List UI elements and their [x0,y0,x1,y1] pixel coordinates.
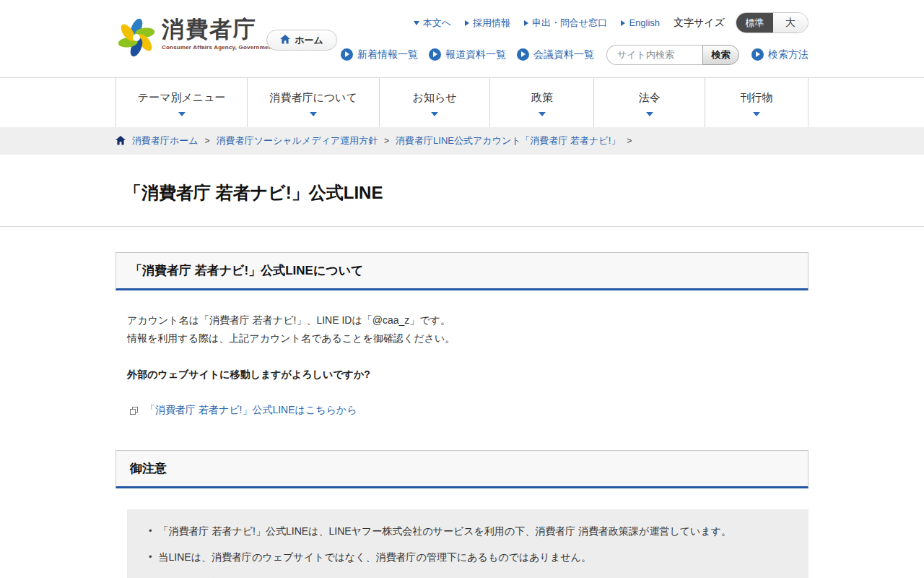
home-button-label: ホーム [295,34,323,47]
nav-policy[interactable]: 政策 [489,78,593,127]
search-button[interactable]: 検索 [702,45,739,65]
link-new-info-list[interactable]: 新着情報一覧 [341,48,418,61]
main-content: 「消費者庁 若者ナビ!」公式LINE 「消費者庁 若者ナビ!」公式LINEについ… [0,155,924,578]
dropdown-arrow-icon [431,112,438,116]
dropdown-arrow-icon [178,112,186,116]
home-icon [280,35,290,44]
quick-links-nav: 新着情報一覧 報道資料一覧 会議資料一覧 検索 検索方法 [341,44,808,65]
play-circle-icon [751,48,764,61]
link-english[interactable]: English [621,17,660,28]
chevron-right-icon [465,20,469,26]
dropdown-arrow-icon [539,112,546,116]
external-site-question: 外部のウェブサイトに移動しますがよろしいですか? [127,368,797,381]
breadcrumb-home[interactable]: 消費者庁ホーム [132,134,199,147]
home-icon [116,136,126,145]
breadcrumb-separator: > [627,136,632,146]
global-nav: テーマ別メニュー 消費者庁について お知らせ 政策 法令 刊行物 [0,77,924,127]
external-link-icon [129,406,139,415]
nav-theme-menu[interactable]: テーマ別メニュー [116,78,247,127]
chevron-right-icon [524,20,528,26]
play-circle-icon [429,48,441,61]
font-size-toggle: 標準 大 [736,12,808,33]
external-link-row: 「消費者庁 若者ナビ!」公式LINEはこちらから [127,404,797,417]
page-title: 「消費者庁 若者ナビ!」公式LINE [116,155,808,226]
breadcrumb-social-media-policy[interactable]: 消費者庁ソーシャルメディア運用方針 [217,134,378,147]
notice-box: 「消費者庁 若者ナビ!」公式LINEは、LINEヤフー株式会社のサービスを利用の… [127,509,808,578]
section-heading-about: 「消費者庁 若者ナビ!」公式LINEについて [116,252,808,290]
notice-list-item: 当LINEは、消費者庁のウェブサイトではなく、消費者庁の管理下にあるものではあり… [149,550,787,564]
link-recruitment[interactable]: 採用情報 [465,17,510,30]
page-title-band: 「消費者庁 若者ナビ!」公式LINE [0,155,924,227]
nav-laws[interactable]: 法令 [593,78,705,127]
dropdown-arrow-icon [310,112,317,116]
nav-news[interactable]: お知らせ [379,78,490,127]
pinwheel-logo-icon [117,18,156,57]
home-button[interactable]: ホーム [266,30,337,51]
intro-paragraph: アカウント名は「消費者庁 若者ナビ!」、LINE IDは「@caa_z」です。 … [127,311,797,348]
intro-line-2: 情報を利用する際は、上記アカウント名であることを御確認ください。 [127,332,455,344]
notice-list-item: 「消費者庁 若者ナビ!」公式LINEは、LINEヤフー株式会社のサービスを利用の… [149,524,787,538]
breadcrumb: 消費者庁ホーム > 消費者庁ソーシャルメディア運用方針 > 消費者庁LINE公式… [0,127,924,155]
dropdown-arrow-icon [646,112,653,116]
link-meeting-materials-list[interactable]: 会議資料一覧 [517,48,594,61]
breadcrumb-line-account[interactable]: 消費者庁LINE公式アカウント「消費者庁 若者ナビ!」 [396,134,620,147]
play-circle-icon [517,48,529,61]
font-size-standard-button[interactable]: 標準 [736,13,773,33]
utility-nav: 本文へ 採用情報 申出・問合せ窓口 English 文字サイズ 標準 大 [414,12,808,33]
chevron-right-icon [621,20,625,26]
play-circle-icon [341,48,353,61]
nav-about-agency[interactable]: 消費者庁について [247,78,378,127]
dropdown-arrow-icon [753,112,760,116]
section-heading-notice: 御注意 [116,450,808,488]
intro-line-1: アカウント名は「消費者庁 若者ナビ!」、LINE IDは「@caa_z」です。 [127,314,450,326]
search-input[interactable] [606,45,702,65]
breadcrumb-separator: > [205,136,210,146]
link-search-help[interactable]: 検索方法 [751,48,808,61]
breadcrumb-separator: > [384,136,389,146]
nav-publications[interactable]: 刊行物 [705,78,808,127]
link-to-main-content[interactable]: 本文へ [414,17,451,30]
site-search: 検索 [606,45,739,65]
font-size-large-button[interactable]: 大 [773,13,808,33]
site-header: 消費者庁 Consumer Affairs Agency, Government… [0,0,924,77]
chevron-down-icon [414,21,419,25]
font-size-label: 文字サイズ [674,17,725,30]
official-line-link[interactable]: 「消費者庁 若者ナビ!」公式LINEはこちらから [145,404,357,417]
link-press-materials-list[interactable]: 報道資料一覧 [429,48,506,61]
link-inquiry-window[interactable]: 申出・問合せ窓口 [524,17,607,30]
